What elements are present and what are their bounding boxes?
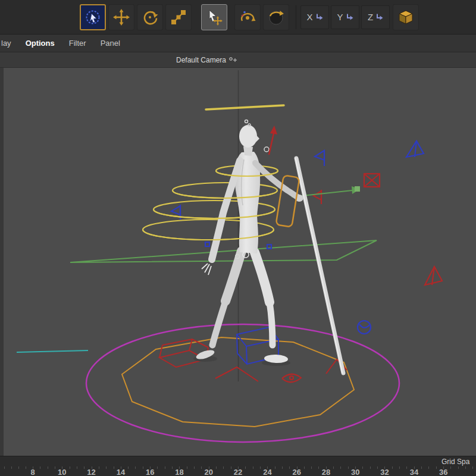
scale-tool-button[interactable] bbox=[165, 4, 192, 30]
head-null[interactable] bbox=[248, 124, 250, 126]
viewport[interactable] bbox=[0, 68, 476, 456]
timeline-tick-30[interactable]: 30 bbox=[351, 468, 359, 476]
rig-gizmos-red[interactable] bbox=[314, 174, 442, 285]
timeline-tick-22[interactable]: 22 bbox=[234, 468, 242, 476]
camera-options-icon[interactable] bbox=[228, 57, 238, 64]
scene-3d[interactable] bbox=[0, 68, 476, 456]
cursor-move-icon bbox=[205, 8, 223, 26]
timeline-tick-34[interactable]: 34 bbox=[410, 468, 418, 476]
axis-lock-arrow-icon bbox=[346, 13, 353, 21]
x-axis-lock-button[interactable]: X bbox=[300, 5, 329, 29]
walking-staff[interactable] bbox=[296, 158, 344, 373]
move-tool-button[interactable] bbox=[108, 4, 134, 30]
live-selection-icon bbox=[84, 8, 102, 26]
z-axis-label: Z bbox=[368, 12, 373, 22]
axis-lock-arrow-icon bbox=[375, 13, 383, 21]
axis-rotate-modifier-button[interactable] bbox=[234, 4, 261, 30]
timeline-tick-16[interactable]: 16 bbox=[146, 468, 154, 476]
timeline-tick-20[interactable]: 20 bbox=[205, 468, 213, 476]
viewport-left-border bbox=[0, 68, 4, 456]
axis-rotate-icon bbox=[239, 8, 256, 26]
viewport-navigation-button[interactable] bbox=[263, 4, 289, 30]
menu-item-panel[interactable]: Panel bbox=[101, 39, 120, 48]
timeline-tick-32[interactable]: 32 bbox=[380, 468, 389, 476]
timeline-tick-12[interactable]: 12 bbox=[87, 468, 95, 476]
viewport-header: Default Camera bbox=[0, 52, 476, 68]
x-axis-label: X bbox=[306, 12, 312, 22]
red-axis-arrow[interactable] bbox=[269, 126, 277, 155]
skeleton-hand-bones[interactable] bbox=[202, 264, 211, 275]
rotate-icon bbox=[141, 8, 159, 26]
menu-item-options[interactable]: Options bbox=[26, 39, 55, 48]
camera-label[interactable]: Default Camera bbox=[176, 56, 226, 64]
timeline-tick-10[interactable]: 10 bbox=[58, 468, 66, 476]
move-icon bbox=[112, 8, 130, 26]
timeline-ruler[interactable]: 81012141618202224262830323436 bbox=[0, 466, 476, 476]
timeline-tick-26[interactable]: 26 bbox=[292, 468, 300, 476]
cinema4d-window: X Y Z bbox=[0, 0, 476, 476]
main-toolbar: X Y Z bbox=[0, 0, 476, 35]
menu-item-display[interactable]: lay bbox=[1, 39, 11, 48]
cyan-guide-line[interactable] bbox=[17, 350, 88, 352]
axis-lock-arrow-icon bbox=[315, 13, 323, 21]
head-null[interactable] bbox=[245, 120, 248, 123]
timeline-tick-36[interactable]: 36 bbox=[439, 468, 447, 476]
chest-null[interactable] bbox=[264, 147, 269, 152]
rig-box-red[interactable] bbox=[159, 339, 347, 381]
z-axis-lock-button[interactable]: Z bbox=[361, 5, 390, 29]
live-selection-tool-button[interactable] bbox=[80, 4, 106, 30]
scale-icon bbox=[170, 8, 187, 26]
timeline-tick-8[interactable]: 8 bbox=[30, 468, 35, 476]
timeline-tick-18[interactable]: 18 bbox=[175, 468, 183, 476]
y-axis-lock-button[interactable]: Y bbox=[331, 5, 359, 29]
coordinate-system-button[interactable] bbox=[393, 4, 419, 30]
status-bar: Grid Spa bbox=[0, 456, 476, 466]
timeline-tick-14[interactable]: 14 bbox=[117, 468, 125, 476]
timeline-tick-28[interactable]: 28 bbox=[322, 468, 330, 476]
y-axis-label: Y bbox=[337, 12, 343, 22]
top-rotation-bar[interactable] bbox=[206, 105, 284, 109]
rotate-tool-button[interactable] bbox=[137, 4, 163, 30]
grid-spacing-label: Grid Spa bbox=[441, 458, 469, 466]
viewport-menubar: lay Options Filter Panel bbox=[0, 35, 476, 52]
coordinate-cube-icon bbox=[397, 8, 415, 26]
rig-gizmo-eye-red[interactable] bbox=[282, 374, 301, 383]
direction-triangle-green[interactable] bbox=[70, 240, 377, 262]
menu-item-filter[interactable]: Filter bbox=[69, 39, 86, 48]
orbit-camera-icon bbox=[267, 8, 285, 26]
timeline-tick-24[interactable]: 24 bbox=[263, 468, 271, 476]
transform-move-tool-button[interactable] bbox=[201, 4, 227, 30]
